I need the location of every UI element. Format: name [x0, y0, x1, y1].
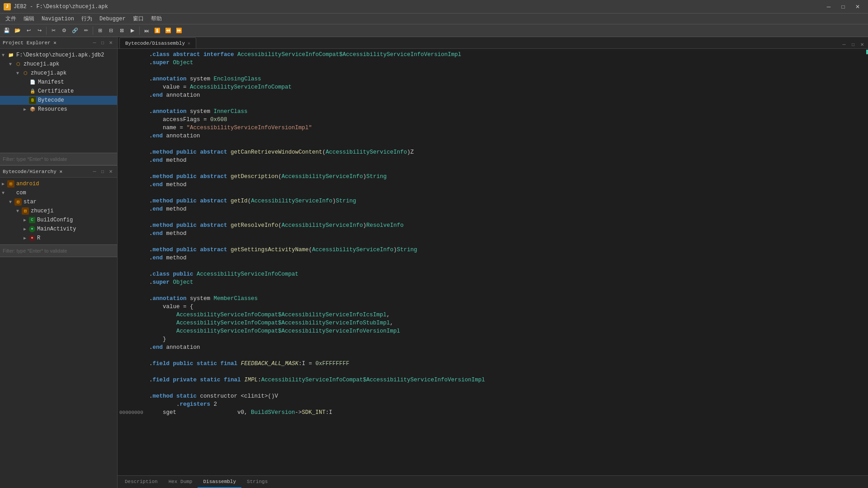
- toolbar-btn-6[interactable]: ⚙: [59, 26, 69, 36]
- maximize-panel-btn[interactable]: □: [99, 39, 106, 47]
- line-addr: [118, 173, 149, 181]
- toolbar-btn-8[interactable]: ✏: [81, 26, 91, 36]
- minimize-panel-btn[interactable]: ─: [91, 39, 98, 47]
- code-line: [118, 67, 868, 75]
- hierarchy-filter-input[interactable]: [0, 244, 117, 257]
- line-content: .end method: [149, 230, 868, 238]
- tree-android[interactable]: ▶ ⊞ android: [0, 179, 117, 188]
- menu-action[interactable]: 行为: [78, 14, 96, 24]
- tab-disassembly-bottom[interactable]: Disassembly: [198, 476, 241, 488]
- minimize-button[interactable]: ─: [822, 2, 835, 12]
- line-addr: [118, 99, 149, 108]
- tree-star[interactable]: ▼ ⊞ star: [0, 197, 117, 206]
- toolbar-btn-1[interactable]: 💾: [2, 26, 12, 36]
- tree-mainactivity[interactable]: ▶ ● MainActivity: [0, 225, 117, 234]
- maximize-button[interactable]: □: [836, 2, 850, 12]
- tab-close-btn[interactable]: ✕: [858, 40, 866, 48]
- tree-zhuceji[interactable]: ▼ ⊞ zhuceji: [0, 206, 117, 216]
- arrow-icon: ▼: [16, 71, 22, 76]
- tree-item-manifest[interactable]: 📄 Manifest: [0, 78, 117, 87]
- tab-disassembly[interactable]: Bytecode/Disassembly ✕: [119, 38, 196, 48]
- tree-item-bytecode[interactable]: B Bytecode: [0, 96, 117, 105]
- maximize-hierarchy-btn[interactable]: □: [99, 168, 106, 175]
- toolbar-btn-9[interactable]: ⊞: [95, 26, 105, 36]
- toolbar-btn-5[interactable]: ✂: [48, 26, 58, 36]
- toolbar-btn-3[interactable]: ↩: [24, 26, 33, 36]
- menu-navigation[interactable]: Navigation: [38, 14, 78, 24]
- code-line: .super Object: [118, 59, 868, 67]
- tree-item-apk1[interactable]: ▼ ⬡ zhuceji.apk: [0, 60, 117, 69]
- line-addr: [118, 189, 149, 197]
- toolbar-btn-7[interactable]: 🔗: [70, 26, 80, 36]
- line-content: .method static constructor <clinit>()V: [149, 392, 868, 400]
- menu-window[interactable]: 窗口: [129, 14, 147, 24]
- project-filter-input[interactable]: [0, 153, 117, 165]
- line-addr: [118, 164, 149, 173]
- close-tab-icon[interactable]: ✕: [188, 41, 190, 46]
- tab-description[interactable]: Description: [119, 476, 163, 488]
- menu-edit[interactable]: 编辑: [20, 14, 38, 24]
- line-content: .field public static final FEEDBACK_ALL_…: [149, 360, 868, 368]
- code-line: [118, 140, 868, 148]
- toolbar-btn-2[interactable]: 📂: [13, 26, 23, 36]
- line-addr: [118, 156, 149, 164]
- code-line: .method public abstract getId(Accessibil…: [118, 197, 868, 205]
- line-addr: [118, 311, 149, 319]
- line-content: .method public abstract getResolveInfo(A…: [149, 221, 868, 230]
- code-line: .end annotation: [118, 132, 868, 140]
- toolbar-btn-15[interactable]: ⏪: [163, 26, 173, 36]
- tree-r[interactable]: ▶ ● R: [0, 234, 117, 243]
- line-content: value = {: [149, 303, 868, 311]
- tree-item-certificate[interactable]: 🔒 Certificate: [0, 87, 117, 96]
- code-line: .end method: [118, 181, 868, 189]
- tree-item-root[interactable]: ▼ 📁 F:\Desktop\zhuceji.apk.jdb2: [0, 51, 117, 60]
- tab-minimize-btn[interactable]: ─: [840, 40, 848, 48]
- tab-maximize-btn[interactable]: □: [849, 40, 857, 48]
- toolbar-btn-13[interactable]: ⏭: [142, 26, 151, 36]
- cert-icon: 🔒: [29, 88, 36, 95]
- bytecode-icon: B: [29, 97, 36, 104]
- line-content: [149, 238, 868, 246]
- tree-buildconfig[interactable]: ▶ C BuildConfig: [0, 216, 117, 225]
- line-content: [149, 99, 868, 108]
- toolbar-btn-14[interactable]: ⏫: [152, 26, 162, 36]
- code-line: .method public abstract getCanRetrieveWi…: [118, 148, 868, 156]
- line-addr: [118, 108, 149, 116]
- tree-item-apk2[interactable]: ▼ ⬡ zhuceji.apk: [0, 69, 117, 78]
- arrow-icon: ▼: [9, 62, 14, 67]
- line-content: sget v0, BuildSVersion->SDK_INT:I: [149, 408, 868, 417]
- tree-item-resources[interactable]: ▶ 📦 Resources: [0, 105, 117, 114]
- code-line: .super Object: [118, 278, 868, 286]
- code-line: [118, 262, 868, 270]
- tab-hexdump[interactable]: Hex Dump: [163, 476, 198, 488]
- line-addr: [118, 140, 149, 148]
- line-content: accessFlags = 0x608: [149, 116, 868, 124]
- code-area[interactable]: .class abstract interface AccessibilityS…: [118, 49, 868, 475]
- line-content: .end annotation: [149, 91, 868, 99]
- left-panel: Project Explorer ✕ ─ □ ✕ ▼ 📁 F:\Desktop\…: [0, 37, 118, 488]
- tab-strings[interactable]: Strings: [241, 476, 273, 488]
- line-content: [149, 352, 868, 360]
- arrow-icon: ▶: [24, 235, 29, 241]
- close-panel-btn[interactable]: ✕: [107, 39, 114, 47]
- line-addr: [118, 181, 149, 189]
- close-button[interactable]: ✕: [851, 2, 864, 12]
- toolbar-btn-10[interactable]: ⊟: [106, 26, 116, 36]
- toolbar-btn-12[interactable]: ▶: [127, 26, 137, 36]
- tree-com[interactable]: ▼ com: [0, 188, 117, 197]
- toolbar-btn-4[interactable]: ↪: [34, 26, 44, 36]
- menu-file[interactable]: 文件: [2, 14, 20, 24]
- line-addr: [118, 213, 149, 221]
- line-content: }: [149, 335, 868, 343]
- code-line: .method static constructor <clinit>()V: [118, 392, 868, 400]
- line-addr: [118, 221, 149, 230]
- code-line: .method public abstract getSettingsActiv…: [118, 246, 868, 254]
- minimize-hierarchy-btn[interactable]: ─: [91, 168, 98, 175]
- toolbar-btn-11[interactable]: ⊠: [117, 26, 127, 36]
- line-addr: [118, 91, 149, 99]
- toolbar-btn-16[interactable]: ⏩: [174, 26, 184, 36]
- close-hierarchy-btn[interactable]: ✕: [107, 168, 114, 175]
- menu-debugger[interactable]: Debugger: [96, 14, 129, 24]
- menu-help[interactable]: 帮助: [147, 14, 165, 24]
- line-addr: [118, 148, 149, 156]
